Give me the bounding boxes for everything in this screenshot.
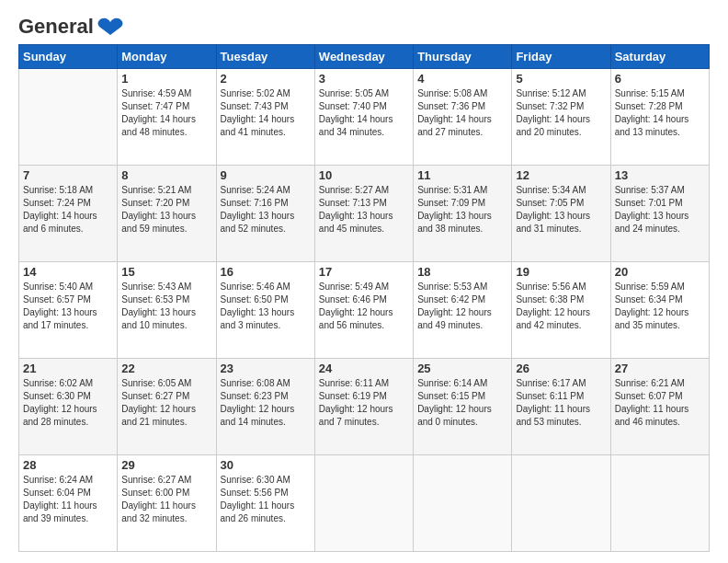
day-info: Sunrise: 5:43 AMSunset: 6:53 PMDaylight:… (121, 281, 211, 332)
calendar-cell: 30Sunrise: 6:30 AMSunset: 5:56 PMDayligh… (216, 455, 314, 552)
day-number: 26 (516, 362, 606, 375)
calendar-cell: 18Sunrise: 5:53 AMSunset: 6:42 PMDayligh… (414, 262, 512, 359)
calendar-cell: 3Sunrise: 5:05 AMSunset: 7:40 PMDaylight… (314, 69, 413, 166)
calendar-cell: 5Sunrise: 5:12 AMSunset: 7:32 PMDaylight… (512, 69, 610, 166)
calendar-cell: 22Sunrise: 6:05 AMSunset: 6:27 PMDayligh… (118, 359, 216, 455)
day-number: 29 (121, 458, 211, 472)
day-number: 2 (221, 72, 311, 86)
day-number: 13 (615, 168, 705, 182)
calendar-cell (314, 455, 413, 552)
calendar-cell: 14Sunrise: 5:40 AMSunset: 6:57 PMDayligh… (19, 262, 118, 359)
header-friday: Friday (512, 45, 610, 69)
day-info: Sunrise: 5:56 AMSunset: 6:38 PMDaylight:… (516, 281, 606, 332)
day-number: 1 (121, 72, 211, 86)
day-info: Sunrise: 5:34 AMSunset: 7:05 PMDaylight:… (516, 184, 606, 236)
day-info: Sunrise: 5:02 AMSunset: 7:43 PMDaylight:… (221, 87, 311, 139)
calendar-cell: 29Sunrise: 6:27 AMSunset: 6:00 PMDayligh… (118, 455, 216, 552)
calendar-cell: 25Sunrise: 6:14 AMSunset: 6:15 PMDayligh… (414, 359, 512, 455)
day-number: 12 (516, 168, 606, 182)
day-number: 3 (319, 72, 409, 86)
day-info: Sunrise: 5:27 AMSunset: 7:13 PMDaylight:… (319, 184, 409, 236)
day-info: Sunrise: 5:31 AMSunset: 7:09 PMDaylight:… (417, 184, 507, 236)
day-info: Sunrise: 4:59 AMSunset: 7:47 PMDaylight:… (121, 87, 211, 139)
day-number: 30 (221, 458, 311, 472)
day-info: Sunrise: 6:05 AMSunset: 6:27 PMDaylight:… (121, 377, 211, 429)
calendar-week-4: 21Sunrise: 6:02 AMSunset: 6:30 PMDayligh… (19, 359, 710, 455)
day-info: Sunrise: 5:40 AMSunset: 6:57 PMDaylight:… (23, 281, 113, 332)
day-info: Sunrise: 6:02 AMSunset: 6:30 PMDaylight:… (23, 377, 113, 429)
day-info: Sunrise: 6:14 AMSunset: 6:15 PMDaylight:… (417, 377, 507, 429)
day-number: 9 (221, 168, 311, 182)
day-number: 7 (23, 168, 113, 182)
calendar-week-2: 7Sunrise: 5:18 AMSunset: 7:24 PMDaylight… (19, 166, 710, 262)
calendar-cell: 7Sunrise: 5:18 AMSunset: 7:24 PMDaylight… (19, 166, 118, 262)
calendar-cell: 10Sunrise: 5:27 AMSunset: 7:13 PMDayligh… (314, 166, 413, 262)
calendar-cell: 26Sunrise: 6:17 AMSunset: 6:11 PMDayligh… (512, 359, 610, 455)
day-info: Sunrise: 5:53 AMSunset: 6:42 PMDaylight:… (417, 281, 507, 332)
calendar-cell (414, 455, 512, 552)
calendar-cell: 13Sunrise: 5:37 AMSunset: 7:01 PMDayligh… (610, 166, 709, 262)
day-info: Sunrise: 5:24 AMSunset: 7:16 PMDaylight:… (221, 184, 311, 236)
header-monday: Monday (118, 45, 216, 69)
day-number: 8 (121, 168, 211, 182)
calendar-cell (19, 69, 118, 166)
day-info: Sunrise: 6:17 AMSunset: 6:11 PMDaylight:… (516, 377, 606, 429)
day-number: 22 (121, 362, 211, 375)
day-info: Sunrise: 5:46 AMSunset: 6:50 PMDaylight:… (221, 281, 311, 332)
calendar-cell: 9Sunrise: 5:24 AMSunset: 7:16 PMDaylight… (216, 166, 314, 262)
day-info: Sunrise: 5:59 AMSunset: 6:34 PMDaylight:… (615, 281, 705, 332)
day-info: Sunrise: 5:15 AMSunset: 7:28 PMDaylight:… (615, 87, 705, 139)
day-info: Sunrise: 6:11 AMSunset: 6:19 PMDaylight:… (319, 377, 409, 429)
header-saturday: Saturday (610, 45, 709, 69)
day-number: 15 (121, 265, 211, 279)
calendar-cell: 23Sunrise: 6:08 AMSunset: 6:23 PMDayligh… (216, 359, 314, 455)
calendar-cell: 15Sunrise: 5:43 AMSunset: 6:53 PMDayligh… (118, 262, 216, 359)
page-header: General (18, 15, 710, 35)
header-tuesday: Tuesday (216, 45, 314, 69)
header-sunday: Sunday (19, 45, 118, 69)
day-info: Sunrise: 5:12 AMSunset: 7:32 PMDaylight:… (516, 87, 606, 139)
day-number: 11 (417, 168, 507, 182)
calendar-cell: 12Sunrise: 5:34 AMSunset: 7:05 PMDayligh… (512, 166, 610, 262)
day-number: 23 (221, 362, 311, 375)
calendar-cell: 28Sunrise: 6:24 AMSunset: 6:04 PMDayligh… (19, 455, 118, 552)
day-info: Sunrise: 5:05 AMSunset: 7:40 PMDaylight:… (319, 87, 409, 139)
day-info: Sunrise: 6:21 AMSunset: 6:07 PMDaylight:… (615, 377, 705, 429)
logo-bird-icon (96, 17, 125, 37)
day-info: Sunrise: 5:08 AMSunset: 7:36 PMDaylight:… (417, 87, 507, 139)
calendar-header-row: SundayMondayTuesdayWednesdayThursdayFrid… (19, 45, 710, 69)
calendar-week-1: 1Sunrise: 4:59 AMSunset: 7:47 PMDaylight… (19, 69, 710, 166)
calendar-cell: 16Sunrise: 5:46 AMSunset: 6:50 PMDayligh… (216, 262, 314, 359)
calendar-cell: 27Sunrise: 6:21 AMSunset: 6:07 PMDayligh… (610, 359, 709, 455)
calendar-cell: 6Sunrise: 5:15 AMSunset: 7:28 PMDaylight… (610, 69, 709, 166)
calendar-cell: 20Sunrise: 5:59 AMSunset: 6:34 PMDayligh… (610, 262, 709, 359)
day-number: 10 (319, 168, 409, 182)
calendar-cell: 8Sunrise: 5:21 AMSunset: 7:20 PMDaylight… (118, 166, 216, 262)
day-number: 17 (319, 265, 409, 279)
day-number: 21 (23, 362, 113, 375)
day-number: 28 (23, 458, 113, 472)
day-info: Sunrise: 5:21 AMSunset: 7:20 PMDaylight:… (121, 184, 211, 236)
header-wednesday: Wednesday (314, 45, 413, 69)
day-number: 5 (516, 72, 606, 86)
day-number: 16 (221, 265, 311, 279)
calendar-cell (610, 455, 709, 552)
logo: General (18, 15, 125, 35)
calendar-cell (512, 455, 610, 552)
day-number: 4 (417, 72, 507, 86)
day-number: 6 (615, 72, 705, 86)
calendar-cell: 19Sunrise: 5:56 AMSunset: 6:38 PMDayligh… (512, 262, 610, 359)
day-number: 18 (417, 265, 507, 279)
calendar-cell: 21Sunrise: 6:02 AMSunset: 6:30 PMDayligh… (19, 359, 118, 455)
day-number: 25 (417, 362, 507, 375)
calendar-table: SundayMondayTuesdayWednesdayThursdayFrid… (18, 44, 710, 552)
calendar-cell: 4Sunrise: 5:08 AMSunset: 7:36 PMDaylight… (414, 69, 512, 166)
day-info: Sunrise: 5:37 AMSunset: 7:01 PMDaylight:… (615, 184, 705, 236)
calendar-cell: 11Sunrise: 5:31 AMSunset: 7:09 PMDayligh… (414, 166, 512, 262)
calendar-cell: 1Sunrise: 4:59 AMSunset: 7:47 PMDaylight… (118, 69, 216, 166)
calendar-week-3: 14Sunrise: 5:40 AMSunset: 6:57 PMDayligh… (19, 262, 710, 359)
logo-general: General (18, 15, 94, 39)
day-info: Sunrise: 5:18 AMSunset: 7:24 PMDaylight:… (23, 184, 113, 236)
calendar-week-5: 28Sunrise: 6:24 AMSunset: 6:04 PMDayligh… (19, 455, 710, 552)
day-number: 27 (615, 362, 705, 375)
